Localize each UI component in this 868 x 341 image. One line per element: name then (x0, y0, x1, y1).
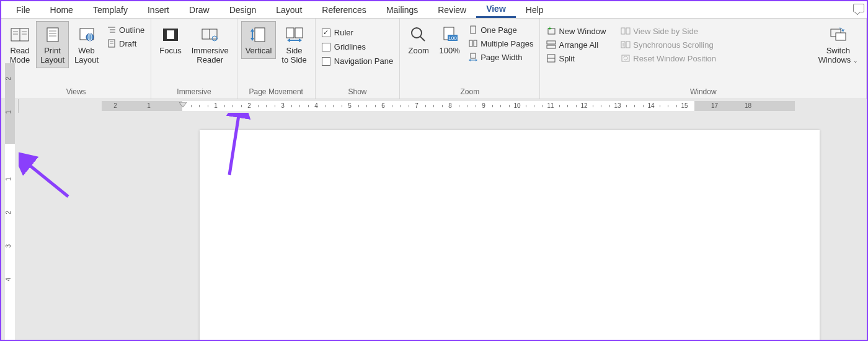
print-layout-icon (42, 24, 63, 45)
svg-rect-42 (471, 53, 476, 58)
vertical-button[interactable]: Vertical (241, 21, 277, 59)
svg-line-35 (420, 37, 425, 41)
zoom-100-label: 100% (440, 46, 460, 56)
svg-line-62 (26, 162, 68, 197)
side-to-side-icon (284, 24, 305, 45)
menu-design[interactable]: Design (219, 2, 267, 17)
group-window-label: Window (544, 86, 862, 97)
svg-rect-53 (626, 28, 630, 34)
svg-rect-25 (255, 28, 265, 42)
svg-rect-49 (547, 45, 556, 48)
checkbox-icon (322, 43, 330, 51)
synchronous-scrolling-button: Synchronous Scrolling (618, 38, 719, 51)
switch-windows-label: Switch Windows ⌄ (818, 46, 858, 65)
group-page-movement-label: Page Movement (241, 86, 311, 97)
svg-rect-55 (626, 42, 630, 48)
document-canvas[interactable] (19, 113, 867, 340)
split-button[interactable]: Split (544, 52, 608, 64)
svg-rect-59 (836, 33, 846, 40)
svg-marker-44 (469, 59, 471, 61)
multiple-pages-icon (468, 38, 478, 48)
side-to-side-button[interactable]: Side to Side (277, 21, 311, 68)
multiple-pages-button[interactable]: Multiple Pages (466, 37, 536, 50)
draft-icon (107, 38, 117, 48)
svg-rect-41 (474, 40, 477, 46)
page-width-icon (468, 52, 478, 62)
svg-marker-28 (250, 38, 254, 41)
zoom-100-icon: 100 (439, 24, 460, 45)
menu-file[interactable]: File (6, 2, 40, 17)
menu-mailings[interactable]: Mailings (376, 2, 428, 17)
vertical-label: Vertical (246, 46, 272, 56)
svg-rect-39 (471, 26, 476, 33)
page[interactable] (200, 130, 820, 340)
menu-bar: File Home Templafy Insert Draw Design La… (1, 1, 867, 19)
read-mode-button[interactable]: Read Mode (5, 21, 35, 68)
multiple-pages-label: Multiple Pages (480, 39, 533, 48)
svg-marker-45 (476, 59, 477, 61)
menu-draw[interactable]: Draw (179, 2, 219, 17)
focus-button[interactable]: Focus (155, 21, 185, 59)
zoom-button[interactable]: Zoom (404, 21, 433, 59)
one-page-label: One Page (480, 25, 517, 35)
svg-marker-33 (299, 38, 302, 42)
chevron-down-icon: ⌄ (853, 58, 858, 64)
ruler-label: Ruler (334, 28, 353, 37)
draft-button[interactable]: Draft (104, 37, 147, 50)
svg-point-34 (412, 28, 422, 38)
svg-marker-61 (179, 102, 187, 107)
focus-icon (160, 24, 181, 45)
horizontal-ruler[interactable]: 211234567891011121314151718 (19, 99, 867, 113)
print-layout-button[interactable]: Print Layout (36, 21, 69, 68)
outline-button[interactable]: Outline (104, 24, 147, 36)
outline-icon (107, 25, 117, 35)
svg-rect-48 (547, 41, 556, 44)
switch-windows-icon (828, 24, 849, 45)
zoom-icon (408, 24, 429, 45)
new-window-label: New Window (559, 27, 606, 36)
comments-icon[interactable] (853, 4, 864, 12)
svg-rect-6 (47, 28, 58, 42)
menu-insert[interactable]: Insert (138, 2, 179, 17)
one-page-button[interactable]: One Page (466, 24, 536, 36)
read-mode-icon (9, 24, 30, 45)
group-immersive: Focus Immersive Reader Immersive (151, 19, 237, 99)
zoom-100-button[interactable]: 100 100% (435, 21, 464, 59)
svg-text:100: 100 (449, 35, 458, 41)
read-mode-label: Read Mode (10, 46, 30, 65)
gridlines-label: Gridlines (334, 42, 366, 51)
immersive-reader-label: Immersive Reader (192, 46, 229, 65)
arrange-all-icon (546, 40, 556, 50)
group-show: ✓Ruler Gridlines Navigation Pane Show (316, 19, 400, 99)
gridlines-checkbox[interactable]: Gridlines (319, 40, 396, 53)
page-width-button[interactable]: Page Width (466, 51, 536, 63)
web-layout-button[interactable]: Web Layout (70, 21, 103, 68)
ruler-checkbox[interactable]: ✓Ruler (319, 26, 396, 39)
view-side-by-side-button: View Side by Side (618, 25, 719, 37)
menu-review[interactable]: Review (428, 2, 476, 17)
checkbox-icon (322, 57, 330, 66)
immersive-reader-button[interactable]: Immersive Reader (187, 21, 233, 68)
menu-home[interactable]: Home (40, 2, 83, 17)
arrange-all-button[interactable]: Arrange All (544, 38, 608, 51)
menu-templafy[interactable]: Templafy (83, 2, 138, 17)
navigation-pane-label: Navigation Pane (334, 56, 393, 66)
focus-label: Focus (159, 46, 181, 56)
menu-references[interactable]: References (312, 2, 376, 17)
svg-rect-52 (621, 28, 625, 34)
split-label: Split (559, 54, 574, 63)
menu-view[interactable]: View (476, 1, 516, 18)
menu-help[interactable]: Help (516, 2, 554, 17)
navigation-pane-checkbox[interactable]: Navigation Pane (319, 55, 396, 68)
view-side-by-side-label: View Side by Side (633, 27, 698, 36)
page-width-label: Page Width (480, 53, 522, 62)
vertical-ruler[interactable]: 211234 (1, 113, 19, 340)
new-window-button[interactable]: +New Window (544, 25, 608, 37)
svg-text:+: + (548, 27, 552, 32)
one-page-icon (468, 25, 478, 35)
synchronous-scrolling-icon (621, 40, 631, 50)
group-window: +New Window Arrange All Split View Side … (540, 19, 867, 99)
group-show-label: Show (319, 86, 396, 97)
menu-layout[interactable]: Layout (266, 2, 312, 17)
switch-windows-button[interactable]: Switch Windows ⌄ (814, 21, 862, 68)
